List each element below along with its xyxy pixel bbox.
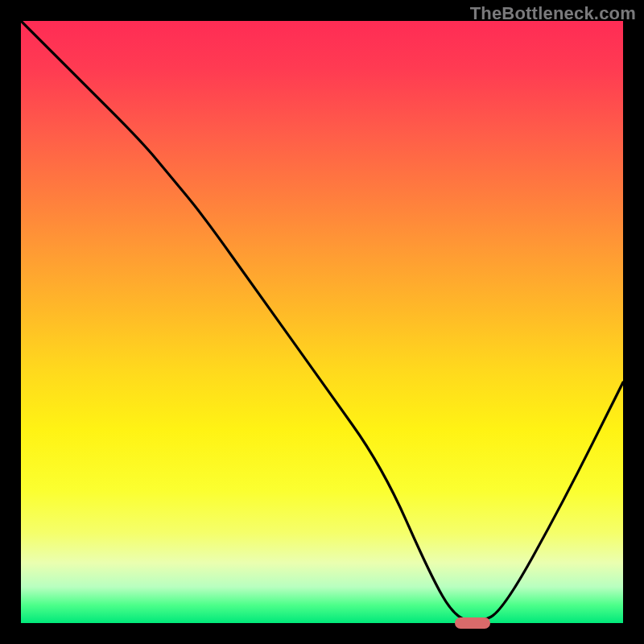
bottleneck-curve [21, 21, 623, 623]
watermark-text: TheBottleneck.com [470, 3, 636, 24]
chart-frame: TheBottleneck.com [0, 0, 644, 644]
chart-plot-area [21, 21, 623, 623]
optimum-marker [455, 617, 491, 629]
